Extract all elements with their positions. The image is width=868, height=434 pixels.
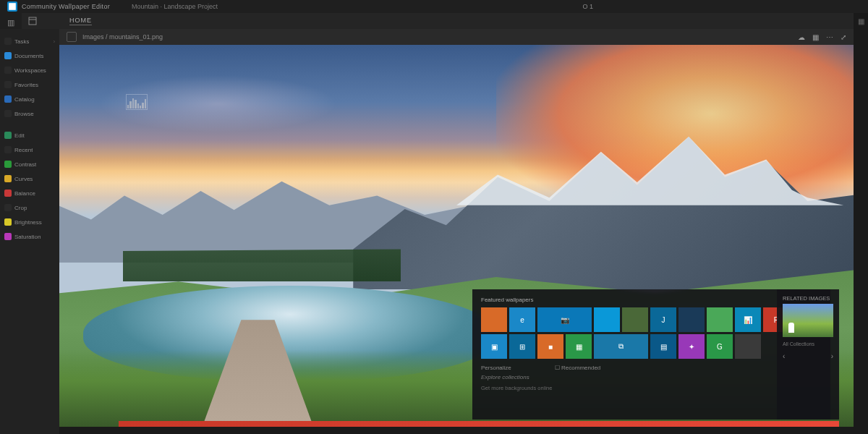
histogram-bar: [129, 101, 131, 109]
app-tile-15[interactable]: ▤: [650, 334, 676, 359]
sidebar-item-label: Brightness: [14, 219, 42, 226]
app-tile-3[interactable]: [594, 307, 620, 332]
window-icon: [8, 2, 17, 11]
histogram-bar: [135, 100, 136, 109]
app-tile-17[interactable]: G: [707, 334, 733, 359]
sidebar-color-swatch: [4, 175, 12, 182]
sidebar-item-label: Contrast: [14, 161, 36, 168]
app-tile-2[interactable]: 📷: [537, 307, 592, 332]
sidebar-color-swatch: [4, 233, 12, 240]
svg-rect-0: [9, 3, 16, 10]
related-subtitle[interactable]: All Collections: [783, 341, 833, 346]
sidebar-color-swatch: [4, 52, 12, 59]
clock-readout: O 1: [582, 3, 593, 10]
sidebar-color-swatch: [4, 204, 12, 211]
next-icon[interactable]: ›: [831, 352, 833, 360]
more-icon[interactable]: ⋯: [826, 33, 833, 41]
app-tile-4[interactable]: [622, 307, 648, 332]
related-panel: RELATED IMAGES All Collections ‹ ›: [777, 289, 839, 420]
canvas-area[interactable]: Featured wallpapers e📷J📊P▣⊞■▦⧉▤✦G Person…: [59, 45, 854, 427]
sidebar-item-label: Crop: [14, 205, 27, 211]
sidebar-item-recent[interactable]: Recent: [4, 143, 55, 156]
sidebar-item-brightness[interactable]: Brightness: [4, 216, 55, 229]
subheader: Images / mountains_01.png ☁▦⋯⤢: [59, 29, 854, 45]
app-tile-8[interactable]: 📊: [735, 307, 761, 332]
tab-home[interactable]: HOME: [69, 17, 92, 25]
app-tile-5[interactable]: J: [650, 307, 676, 332]
right-rail: ▦: [854, 13, 868, 434]
sidebar-item-label: Curves: [14, 176, 33, 182]
sidebar-item-documents[interactable]: Documents: [4, 49, 55, 62]
file-icon: [67, 32, 77, 42]
explorer-icon[interactable]: [25, 13, 41, 29]
histogram-bar: [137, 103, 139, 109]
sidebar-color-swatch: [4, 81, 12, 88]
app-tile-7[interactable]: [707, 307, 733, 332]
sidebar-item-label: Catalog: [14, 96, 35, 103]
app-tile-11[interactable]: ⊞: [509, 334, 535, 359]
sidebar-item-balance[interactable]: Balance: [4, 187, 55, 200]
menubar: HOME: [0, 13, 868, 29]
tile-grid: e📷J📊P▣⊞■▦⧉▤✦G: [481, 307, 822, 359]
sidebar-item-curves[interactable]: Curves: [4, 172, 55, 185]
sidebar-item-label: Recent: [14, 147, 33, 153]
subheader-actions: ☁▦⋯⤢: [798, 33, 846, 41]
app-tile-12[interactable]: ■: [537, 334, 563, 359]
app-tile-14[interactable]: ⧉: [594, 334, 648, 359]
related-thumbnail[interactable]: [783, 304, 833, 337]
app-tile-16[interactable]: ✦: [678, 334, 705, 359]
related-title: RELATED IMAGES: [783, 295, 833, 302]
sidebar-item-label: Tasks: [14, 38, 29, 45]
start-panel-title: Featured wallpapers: [481, 297, 822, 303]
sidebar-item-saturation[interactable]: Saturation: [4, 230, 55, 243]
breadcrumb: Images / mountains_01.png: [82, 33, 163, 41]
histogram-bar: [140, 106, 141, 109]
sidebar-item-workspaces[interactable]: Workspaces: [4, 64, 55, 77]
panel-icon[interactable]: ▥: [4, 16, 17, 29]
app-tile-1[interactable]: e: [509, 307, 535, 332]
app-tile-0[interactable]: [481, 307, 507, 332]
grid-icon[interactable]: ▦: [812, 33, 819, 41]
cloud-icon[interactable]: ☁: [798, 33, 805, 41]
sidebar-item-edit[interactable]: Edit: [4, 129, 55, 142]
sidebar-item-label: Edit: [14, 132, 25, 139]
sidebar-color-swatch: [4, 146, 12, 153]
chevron-right-icon: ›: [54, 39, 55, 44]
histogram-bar: [145, 99, 146, 109]
sidebar-item-tasks[interactable]: Tasks›: [4, 35, 55, 48]
sidebar-item-catalog[interactable]: Catalog: [4, 93, 55, 106]
sidebar-color-swatch: [4, 190, 12, 197]
fullscreen-icon[interactable]: ⤢: [841, 33, 846, 41]
caption-more[interactable]: Get more backgrounds online: [481, 385, 822, 391]
sidebar-item-label: Workspaces: [14, 67, 46, 74]
sidebar: Tasks›DocumentsWorkspacesFavoritesCatalo…: [0, 29, 59, 434]
histogram-bar: [132, 98, 134, 109]
window-title: Community Wallpaper Editor: [22, 3, 110, 10]
sidebar-color-swatch: [4, 218, 12, 226]
app-tile-6[interactable]: [678, 307, 705, 332]
window-subtitle: Mountain · Landscape Project: [132, 3, 218, 10]
caption-recommended[interactable]: ☐ Recommended: [555, 365, 600, 371]
sidebar-color-swatch: [4, 161, 12, 168]
prev-icon[interactable]: ‹: [783, 352, 785, 360]
sidebar-color-swatch: [4, 67, 12, 74]
sidebar-item-favorites[interactable]: Favorites: [4, 78, 55, 91]
sidebar-item-crop[interactable]: Crop: [4, 201, 55, 214]
sidebar-item-label: Browse: [14, 111, 34, 117]
sidebar-item-contrast[interactable]: Contrast: [4, 158, 55, 171]
app-tile-13[interactable]: ▦: [566, 334, 592, 359]
app-tile-18[interactable]: [735, 334, 761, 359]
caption-personalize[interactable]: Personalize: [481, 365, 511, 371]
app-tile-10[interactable]: ▣: [481, 334, 507, 359]
sidebar-color-swatch: [4, 38, 12, 45]
app-icon: [7, 1, 17, 12]
sidebar-item-label: Balance: [14, 190, 35, 197]
titlebar: Community Wallpaper Editor Mountain · La…: [0, 0, 868, 13]
histogram-bar: [127, 105, 129, 109]
caption-explore[interactable]: Explore collections: [481, 374, 822, 380]
histogram-bar: [142, 103, 143, 109]
sidebar-item-browse[interactable]: Browse: [4, 107, 55, 120]
properties-icon[interactable]: ▦: [858, 17, 864, 25]
svg-rect-1: [29, 17, 36, 25]
sidebar-color-swatch: [4, 132, 12, 139]
